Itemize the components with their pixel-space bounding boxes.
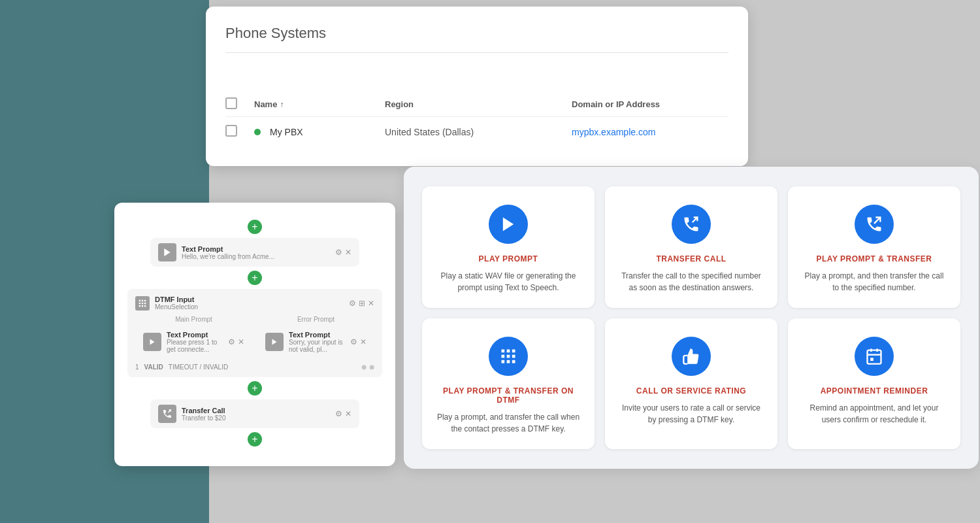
row-checkbox-cell xyxy=(225,125,254,139)
add-node-bottom[interactable]: + xyxy=(248,432,262,447)
svg-rect-6 xyxy=(144,302,146,303)
appointment-option-title: APPOINTMENT REMINDER xyxy=(821,386,928,396)
play-prompt-icon-circle xyxy=(489,205,528,244)
region-cell: United States (Dallas) xyxy=(385,127,572,137)
add-node-middle[interactable]: + xyxy=(248,271,262,285)
error-prompt-title: Text Prompt xyxy=(289,331,345,339)
error-prompt-close[interactable]: ✕ xyxy=(360,337,367,346)
main-prompt-icon xyxy=(143,333,161,351)
svg-rect-1 xyxy=(139,299,140,301)
header-checkbox[interactable] xyxy=(225,97,237,109)
dtmf-option-desc: Play a prompt, and transfer the call whe… xyxy=(435,411,581,435)
error-prompt-settings[interactable]: ⚙ xyxy=(350,337,357,346)
col-region-header: Region xyxy=(385,99,572,109)
dtmf-settings-icon[interactable]: ⚙ xyxy=(349,299,356,308)
add-node-after-dtmf[interactable]: + xyxy=(248,381,262,396)
main-prompt-node: Text Prompt Please press 1 to get connec… xyxy=(135,326,252,358)
option-card-play-transfer[interactable]: PLAY PROMPT & TRANSFER Play a prompt, an… xyxy=(788,186,960,308)
dtmf-label-group: DTMF Input MenuSelection xyxy=(155,295,198,311)
svg-rect-21 xyxy=(512,355,515,358)
add-node-top[interactable]: + xyxy=(248,220,262,234)
dtmf-footer: 1 VALID TIMEOUT / INVALID ⊕ ⊗ xyxy=(135,363,374,371)
transfer-call-desc: Transfer the call to the specified numbe… xyxy=(618,270,764,294)
svg-rect-22 xyxy=(502,360,505,363)
main-prompt-settings[interactable]: ⚙ xyxy=(228,337,235,346)
dtmf-subtitle: MenuSelection xyxy=(155,303,198,311)
dtmf-option-title: PLAY PROMPT & TRANSFER ON DTMF xyxy=(435,386,581,405)
flow-builder-card: + Text Prompt Hello, we're calling from … xyxy=(114,203,395,466)
error-prompt-actions: ⚙ ✕ xyxy=(350,337,367,346)
play-prompt-title: PLAY PROMPT xyxy=(479,254,538,263)
dtmf-footer-valid: VALID xyxy=(144,363,163,371)
option-card-transfer-call[interactable]: TRANSFER CALL Transfer the call to the s… xyxy=(605,186,777,308)
dtmf-close-icon[interactable]: ✕ xyxy=(368,299,374,308)
play-transfer-icon-circle xyxy=(855,205,894,244)
svg-rect-3 xyxy=(144,299,146,301)
svg-marker-13 xyxy=(503,218,514,231)
transfer-call-title-opt: TRANSFER CALL xyxy=(656,254,726,263)
svg-rect-2 xyxy=(142,299,143,301)
main-prompt-close[interactable]: ✕ xyxy=(238,337,244,346)
svg-marker-0 xyxy=(164,248,170,256)
main-prompt-subtitle: Please press 1 to get connecte... xyxy=(167,339,223,353)
status-indicator xyxy=(254,129,261,135)
phone-systems-card: Phone Systems Name ↑ Region Domain or IP… xyxy=(206,7,748,166)
transfer-call-node: Transfer Call Transfer to $20 ⚙ ✕ xyxy=(150,399,359,428)
row-checkbox[interactable] xyxy=(225,125,237,137)
transfer-call-info: Transfer Call Transfer to $20 xyxy=(182,407,330,422)
sort-arrow: ↑ xyxy=(280,100,284,109)
transfer-close-icon[interactable]: ✕ xyxy=(345,409,351,418)
dtmf-header: DTMF Input MenuSelection ⚙ ⊞ ✕ xyxy=(135,295,374,311)
error-prompt-subtitle: Sorry, your input is not valid, pl... xyxy=(289,339,345,353)
dtmf-icon-circle xyxy=(489,337,528,376)
dtmf-error-prompt-section: Error Prompt Text Prompt Sorry, your inp… xyxy=(257,316,374,358)
col-name-header[interactable]: Name ↑ xyxy=(254,99,385,109)
play-prompt-desc: Play a static WAV file or generating the… xyxy=(435,270,581,294)
dtmf-prompts: Main Prompt Text Prompt Please press 1 t… xyxy=(135,316,374,358)
flow-container: + Text Prompt Hello, we're calling from … xyxy=(127,216,382,450)
svg-rect-18 xyxy=(512,350,515,353)
option-card-appointment[interactable]: APPOINTMENT REMINDER Remind an appointme… xyxy=(788,318,960,449)
rating-option-title: CALL OR SERVICE RATING xyxy=(636,386,746,396)
table-row: My PBX United States (Dallas) mypbx.exam… xyxy=(225,117,728,146)
close-icon[interactable]: ✕ xyxy=(345,248,351,257)
main-prompt-title: Text Prompt xyxy=(167,331,223,339)
dtmf-footer-close[interactable]: ⊗ xyxy=(369,363,374,371)
svg-marker-10 xyxy=(150,339,155,345)
dtmf-footer-add[interactable]: ⊕ xyxy=(361,363,367,371)
dtmf-icon xyxy=(135,296,150,311)
table-header: Name ↑ Region Domain or IP Address xyxy=(225,92,728,117)
svg-rect-4 xyxy=(139,302,140,303)
dtmf-duplicate-icon[interactable]: ⊞ xyxy=(359,299,365,308)
svg-rect-25 xyxy=(868,350,881,364)
svg-rect-29 xyxy=(870,358,874,361)
appointment-icon-circle xyxy=(855,337,894,376)
transfer-call-icon xyxy=(158,405,176,423)
rating-option-desc: Invite your users to rate a call or serv… xyxy=(618,402,764,426)
dtmf-actions: ⚙ ⊞ ✕ xyxy=(349,299,374,308)
main-prompt-actions: ⚙ ✕ xyxy=(228,337,244,346)
transfer-settings-icon[interactable]: ⚙ xyxy=(335,409,342,418)
svg-rect-9 xyxy=(144,305,146,306)
dtmf-main-prompt-section: Main Prompt Text Prompt Please press 1 t… xyxy=(135,316,252,358)
text-prompt-icon xyxy=(158,243,176,262)
dtmf-footer-timeout: TIMEOUT / INVALID xyxy=(169,363,228,371)
play-transfer-desc: Play a prompt, and then transfer the cal… xyxy=(801,270,947,294)
phone-systems-title: Phone Systems xyxy=(225,25,728,42)
text-prompt-node: Text Prompt Hello, we're calling from Ac… xyxy=(150,238,359,267)
domain-cell[interactable]: mypbx.example.com xyxy=(572,127,728,137)
svg-rect-19 xyxy=(502,355,505,358)
text-prompt-actions: ⚙ ✕ xyxy=(335,248,351,257)
appointment-option-desc: Remind an appointment, and let your user… xyxy=(801,402,947,426)
name-cell: My PBX xyxy=(270,127,385,137)
error-prompt-info: Text Prompt Sorry, your input is not val… xyxy=(289,331,345,353)
option-card-play-prompt[interactable]: PLAY PROMPT Play a static WAV file or ge… xyxy=(422,186,595,308)
svg-rect-16 xyxy=(502,350,505,353)
error-prompt-node: Text Prompt Sorry, your input is not val… xyxy=(257,326,374,358)
option-card-rating[interactable]: CALL OR SERVICE RATING Invite your users… xyxy=(605,318,777,449)
dtmf-footer-num: 1 xyxy=(135,363,139,371)
dtmf-input-node: DTMF Input MenuSelection ⚙ ⊞ ✕ Main Prom… xyxy=(127,289,382,377)
settings-icon[interactable]: ⚙ xyxy=(335,248,342,257)
main-prompt-label: Main Prompt xyxy=(135,316,252,323)
option-card-dtmf[interactable]: PLAY PROMPT & TRANSFER ON DTMF Play a pr… xyxy=(422,318,595,449)
